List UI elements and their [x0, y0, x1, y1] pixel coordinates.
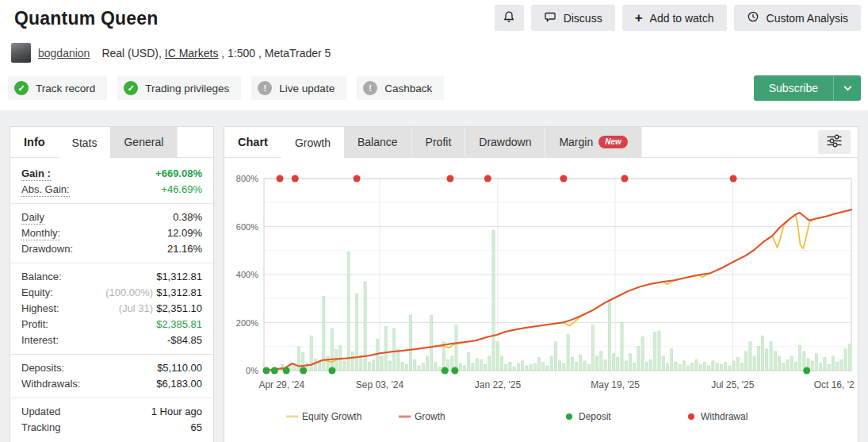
- stat-label: Equity:: [21, 287, 53, 298]
- tab-general[interactable]: General: [110, 127, 178, 157]
- svg-text:200%: 200%: [236, 318, 258, 328]
- discuss-button[interactable]: Discuss: [531, 5, 615, 31]
- stat-label: Monthly:: [21, 228, 60, 239]
- daily-gain-bars: [265, 230, 851, 371]
- subscribe-label: Subscribe: [754, 75, 833, 101]
- add-to-watch-button[interactable]: + Add to watch: [622, 5, 727, 31]
- stat-row-daily: Daily0.38%: [10, 209, 213, 225]
- stat-row-abs-gain: Abs. Gain:+46.69%: [10, 182, 213, 198]
- check-icon: ✓: [14, 81, 29, 95]
- check-icon: ✓: [124, 81, 138, 95]
- header-actions: Discuss + Add to watch Custom Analysis: [495, 5, 861, 31]
- badge-cashback[interactable]: !Cashback: [357, 76, 444, 100]
- chart-filter-button[interactable]: [818, 130, 851, 154]
- username-link[interactable]: bogdanion: [38, 47, 90, 60]
- content-area: Info StatsGeneral Gain :+669.08%Abs. Gai…: [0, 110, 868, 442]
- stat-value: 1 Hour ago: [151, 406, 202, 417]
- svg-text:Withdrawal: Withdrawal: [701, 411, 748, 422]
- tab-label: Growth: [295, 136, 331, 149]
- custom-analysis-label: Custom Analysis: [767, 12, 848, 25]
- tab-label: Balance: [358, 136, 398, 148]
- badge-live-update[interactable]: !Live update: [251, 76, 346, 100]
- discuss-label: Discuss: [564, 12, 602, 25]
- svg-text:600%: 600%: [236, 222, 258, 232]
- stat-row-equity: Equity:(100.00%)$1,312.81: [10, 285, 213, 301]
- exclamation-icon: !: [363, 81, 377, 95]
- stat-value: 21.16%: [167, 244, 202, 255]
- stat-label: Profit:: [21, 319, 48, 330]
- user-avatar[interactable]: [11, 43, 31, 63]
- account-leverage-platform-text: , 1:500 , MetaTrader 5: [218, 47, 331, 60]
- badge-track-record[interactable]: ✓Track record: [8, 76, 107, 100]
- info-panel-tabs: Info StatsGeneral: [10, 127, 213, 158]
- stat-label: Interest:: [21, 335, 59, 346]
- stat-group: Balance:$1,312.81Equity:(100.00%)$1,312.…: [10, 263, 213, 355]
- tab-drawdown[interactable]: Drawdown: [465, 127, 545, 157]
- stat-value-muted: (Jul 31): [119, 302, 153, 314]
- subscribe-button[interactable]: Subscribe: [754, 75, 861, 101]
- tab-margin[interactable]: MarginNew: [545, 127, 641, 157]
- stat-label: Highest:: [21, 303, 59, 314]
- stat-value: $2,385.81: [156, 319, 202, 330]
- badge-label: Track record: [36, 83, 95, 94]
- x-axis-labels: Apr 29, '24Sep 03, '24Jan 22, '25May 19,…: [258, 379, 855, 390]
- badge-trading-privileges[interactable]: ✓Trading privileges: [117, 76, 241, 100]
- svg-text:Oct 16, '25: Oct 16, '25: [814, 379, 855, 390]
- bell-icon: [503, 10, 515, 25]
- chart-panel-title: Chart: [224, 127, 281, 157]
- svg-text:Jul 25, '25: Jul 25, '25: [711, 379, 755, 390]
- stat-row-balance: Balance:$1,312.81: [10, 269, 213, 285]
- info-panel: Info StatsGeneral Gain :+669.08%Abs. Gai…: [10, 126, 214, 442]
- tab-balance[interactable]: Balance: [344, 127, 412, 157]
- stat-label: Drawdown:: [21, 244, 73, 255]
- speech-bubble-icon: [544, 10, 556, 25]
- svg-text:0%: 0%: [246, 366, 258, 375]
- stat-label: Balance:: [21, 271, 62, 282]
- stat-row-withdrawals: Withdrawals:$6,183.00: [10, 376, 213, 392]
- stat-value: $6,183.00: [156, 379, 202, 390]
- stat-value: -$84.85: [167, 335, 202, 346]
- badge-label: Live update: [279, 83, 335, 94]
- tab-stats[interactable]: Stats: [59, 127, 111, 158]
- stat-row-interest: Interest:-$84.85: [10, 332, 213, 348]
- account-info-row: bogdanion Real (USD), IC Markets , 1:500…: [11, 43, 861, 63]
- stat-row-gain: Gain :+669.08%: [10, 166, 213, 182]
- chevron-down-icon[interactable]: [833, 75, 861, 101]
- notifications-button[interactable]: [495, 5, 524, 31]
- tab-label: Profit: [426, 136, 452, 148]
- custom-analysis-button[interactable]: Custom Analysis: [734, 5, 861, 31]
- add-to-watch-label: Add to watch: [650, 12, 714, 25]
- stat-group: Updated1 Hour agoTracking65: [10, 398, 213, 441]
- y-axis-labels: 0%200%400%600%800%: [236, 174, 258, 375]
- info-panel-title: Info: [10, 127, 59, 157]
- stat-label: Updated: [21, 406, 60, 417]
- growth-chart: 0%200%400%600%800%Apr 29, '24Sep 03, '24…: [224, 160, 855, 442]
- tab-profit[interactable]: Profit: [412, 127, 466, 157]
- plus-icon: +: [635, 11, 643, 25]
- account-type-text: Real (USD),: [101, 47, 164, 60]
- tab-growth[interactable]: Growth: [281, 127, 344, 158]
- tab-label: Margin: [559, 136, 593, 148]
- svg-text:400%: 400%: [236, 270, 258, 279]
- account-details: Real (USD), IC Markets , 1:500 , MetaTra…: [101, 47, 331, 60]
- stat-value: +669.08%: [155, 168, 202, 179]
- broker-link[interactable]: IC Markets: [165, 47, 219, 60]
- stat-label: Deposits:: [21, 363, 64, 374]
- page-header: Quantum Queen Discuss + Add to watch: [0, 0, 868, 110]
- stat-value: +46.69%: [161, 184, 202, 195]
- stat-row-tracking: Tracking65: [10, 420, 213, 436]
- stat-value: 0.38%: [173, 212, 202, 223]
- stat-label: Tracking: [21, 422, 60, 433]
- header-top-row: Quantum Queen Discuss + Add to watch: [14, 5, 861, 31]
- stat-value: (Jul 31)$2,351.10: [119, 303, 202, 314]
- svg-text:Jan 22, '25: Jan 22, '25: [475, 379, 522, 390]
- stat-group: Gain :+669.08%Abs. Gain:+46.69%: [10, 160, 213, 204]
- stat-value: $1,312.81: [156, 271, 202, 282]
- badge-label: Cashback: [384, 83, 432, 94]
- stat-value: $5,110.00: [157, 363, 202, 374]
- svg-text:May 19, '25: May 19, '25: [591, 379, 640, 390]
- chart-legend: Equity GrowthGrowthDepositWithdrawal: [286, 411, 748, 422]
- stat-label: Gain :: [21, 168, 51, 179]
- page-title: Quantum Queen: [14, 8, 159, 29]
- exclamation-icon: !: [258, 81, 272, 95]
